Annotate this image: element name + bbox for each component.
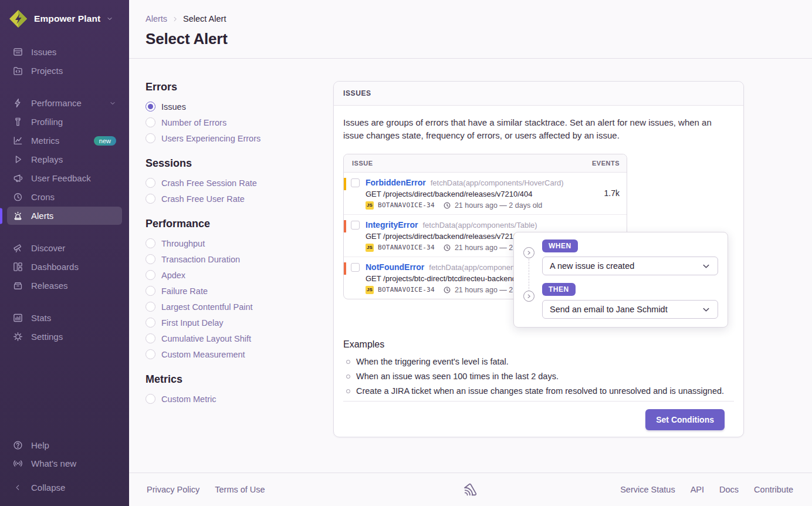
rule-builder-overlay: WHEN A new issue is created THEN Send an… — [513, 232, 728, 328]
radio-label: Number of Errors — [161, 118, 226, 127]
radio-icon[interactable] — [146, 286, 155, 296]
privacy-policy-link[interactable]: Privacy Policy — [147, 485, 199, 494]
dashboards-icon — [13, 262, 23, 272]
sidebar-item-profiling[interactable]: Profiling — [7, 113, 122, 131]
radio-icon[interactable] — [146, 394, 155, 404]
docs-link[interactable]: Docs — [719, 485, 739, 494]
page-footer: Privacy Policy Terms of Use Service Stat… — [129, 473, 812, 506]
table-row[interactable]: ForbiddenErrorfetchData(app/components/H… — [344, 173, 627, 215]
radio-option-custom-measurement[interactable]: Custom Measurement — [146, 349, 333, 359]
row-checkbox[interactable] — [351, 263, 360, 272]
page-header: Alerts Select Alert Select Alert — [129, 0, 812, 59]
issue-title-link[interactable]: ForbiddenError — [366, 178, 426, 187]
issue-short-id: BOTANAVOICE-34 — [378, 286, 435, 294]
issue-culprit: fetchData(app/components/Table) — [422, 221, 537, 230]
radio-icon[interactable] — [146, 178, 155, 188]
terms-of-use-link[interactable]: Terms of Use — [215, 485, 265, 494]
chevron-left-icon — [13, 483, 23, 492]
sidebar-item-issues[interactable]: Issues — [7, 43, 122, 61]
radio-label: Custom Measurement — [161, 350, 245, 359]
row-checkbox[interactable] — [351, 221, 360, 230]
breadcrumb-alerts-link[interactable]: Alerts — [146, 14, 167, 23]
sidebar-item-alerts[interactable]: Alerts — [7, 207, 122, 225]
radio-label: Issues — [161, 102, 186, 112]
api-link[interactable]: API — [691, 485, 704, 494]
radio-label: Throughput — [161, 239, 205, 248]
sidebar-item-metrics[interactable]: Metrics new — [7, 131, 122, 150]
sidebar-item-dashboards[interactable]: Dashboards — [7, 258, 122, 276]
breadcrumb-current: Select Alert — [183, 14, 226, 23]
group-performance: Performance Throughput Transaction Durat… — [146, 218, 333, 359]
sidebar-item-user-feedback[interactable]: User Feedback — [7, 169, 122, 187]
sidebar-item-replays[interactable]: Replays — [7, 150, 122, 168]
when-select-value: A new issue is created — [550, 261, 634, 271]
sidebar-item-crons[interactable]: Crons — [7, 188, 122, 206]
radio-label: Cumulative Layout Shift — [161, 334, 251, 343]
sidebar-item-settings[interactable]: Settings — [7, 328, 122, 346]
main-area: Alerts Select Alert Select Alert Errors … — [129, 0, 812, 506]
sidebar-item-releases[interactable]: Releases — [7, 276, 122, 295]
radio-option-crash-free-session-rate[interactable]: Crash Free Session Rate — [146, 178, 333, 188]
when-select[interactable]: A new issue is created — [542, 257, 718, 275]
radio-icon[interactable] — [146, 349, 155, 359]
sidebar-item-whats-new[interactable]: What's new — [7, 454, 122, 473]
sidebar-item-projects[interactable]: Projects — [7, 62, 122, 80]
chevron-down-icon — [109, 100, 116, 107]
group-errors: Errors Issues Number of Errors Users Exp… — [146, 81, 333, 143]
radio-option-apdex[interactable]: Apdex — [146, 270, 333, 280]
radio-option-cumulative-layout-shift[interactable]: Cumulative Layout Shift — [146, 333, 333, 343]
sidebar-item-performance[interactable]: Performance — [7, 94, 122, 112]
radio-label: Largest Contentful Paint — [161, 302, 253, 312]
radio-icon[interactable] — [146, 117, 155, 127]
broadcast-icon — [13, 458, 23, 468]
org-switcher[interactable]: Empower Plant — [0, 0, 129, 35]
column-events: EVENTS — [592, 160, 620, 167]
issue-title-link[interactable]: NotFoundError — [366, 262, 424, 272]
service-status-link[interactable]: Service Status — [620, 485, 675, 494]
set-conditions-button[interactable]: Set Conditions — [645, 409, 725, 430]
sidebar-item-label: Issues — [31, 47, 56, 57]
projects-icon — [13, 66, 23, 76]
radio-icon[interactable] — [146, 194, 155, 204]
siren-icon — [13, 211, 23, 221]
issue-age: 21 hours ago — 2 days old — [455, 201, 542, 210]
issue-short-id: BOTANAVOICE-34 — [378, 201, 435, 209]
row-checkbox[interactable] — [351, 178, 360, 187]
footer-left-links: Privacy Policy Terms of Use — [147, 485, 265, 494]
radio-option-number-of-errors[interactable]: Number of Errors — [146, 117, 333, 127]
radio-icon[interactable] — [146, 254, 155, 264]
org-logo-icon — [8, 9, 28, 29]
javascript-platform-icon: JS — [366, 286, 374, 294]
radio-option-first-input-delay[interactable]: First Input Delay — [146, 318, 333, 328]
releases-icon — [13, 281, 23, 291]
then-badge: THEN — [542, 283, 576, 296]
sidebar-item-discover[interactable]: Discover — [7, 239, 122, 257]
table-header: ISSUE EVENTS — [344, 154, 627, 173]
radio-icon[interactable] — [146, 318, 155, 328]
footer-right-links: Service Status API Docs Contribute — [620, 485, 793, 494]
radio-option-issues[interactable]: Issues — [146, 102, 333, 112]
radio-icon[interactable] — [146, 302, 155, 312]
sidebar-item-help[interactable]: Help — [7, 436, 122, 454]
radio-icon[interactable] — [146, 333, 155, 343]
radio-option-custom-metric[interactable]: Custom Metric — [146, 394, 333, 404]
sidebar-item-label: Crons — [31, 192, 55, 202]
radio-option-crash-free-user-rate[interactable]: Crash Free User Rate — [146, 194, 333, 204]
radio-option-users-experiencing-errors[interactable]: Users Experiencing Errors — [146, 133, 333, 143]
issue-title-link[interactable]: IntegrityError — [366, 220, 418, 230]
column-issue: ISSUE — [352, 160, 373, 167]
radio-icon[interactable] — [146, 270, 155, 280]
contribute-link[interactable]: Contribute — [754, 485, 793, 494]
collapse-button[interactable]: Collapse — [7, 478, 122, 497]
breadcrumb: Alerts Select Alert — [146, 14, 793, 23]
radio-selected-icon[interactable] — [146, 102, 155, 112]
radio-option-failure-rate[interactable]: Failure Rate — [146, 286, 333, 296]
radio-option-largest-contentful-paint[interactable]: Largest Contentful Paint — [146, 302, 333, 312]
sidebar-item-stats[interactable]: Stats — [7, 309, 122, 327]
then-select[interactable]: Send an email to Jane Schmidt — [542, 300, 718, 319]
radio-icon[interactable] — [146, 133, 155, 143]
radio-icon[interactable] — [146, 238, 155, 248]
radio-option-transaction-duration[interactable]: Transaction Duration — [146, 254, 333, 264]
sidebar-item-label: Dashboards — [31, 262, 79, 272]
radio-option-throughput[interactable]: Throughput — [146, 238, 333, 248]
